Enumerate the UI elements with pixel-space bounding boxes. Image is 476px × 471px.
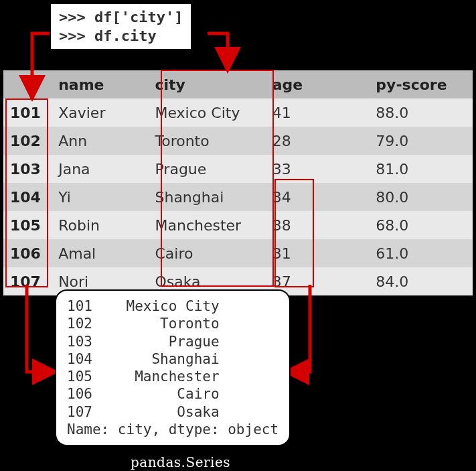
cell-age: 28 (266, 127, 370, 155)
table-row: 106 Amal Cairo 31 61.0 (3, 239, 473, 267)
caption-label: pandas.Series (131, 454, 230, 470)
cell-index: 105 (3, 211, 52, 239)
header-name: name (52, 70, 148, 98)
cell-index: 103 (3, 155, 52, 183)
table-row: 104 Yi Shanghai 34 80.0 (3, 183, 473, 211)
cell-score: 84.0 (369, 267, 473, 295)
cell-index: 104 (3, 183, 52, 211)
cell-index: 107 (3, 267, 52, 295)
table-header-row: name city age py-score (3, 70, 473, 98)
cell-age: 41 (266, 98, 370, 127)
cell-name: Ann (52, 127, 148, 155)
cell-score: 68.0 (369, 211, 473, 239)
code-input-box: >>> df['city'] >>> df.city (50, 3, 192, 50)
cell-score: 79.0 (369, 127, 473, 155)
cell-age: 33 (266, 155, 370, 183)
cell-name: Robin (52, 211, 148, 239)
table-row: 102 Ann Toronto 28 79.0 (3, 127, 473, 155)
cell-index: 102 (3, 127, 52, 155)
header-index (3, 70, 52, 98)
cell-name: Yi (52, 183, 148, 211)
dataframe-table: name city age py-score 101 Xavier Mexico… (3, 70, 473, 295)
header-age: age (266, 70, 370, 98)
cell-age: 31 (266, 239, 370, 267)
cell-name: Amal (52, 239, 148, 267)
cell-index: 106 (3, 239, 52, 267)
table-row: 103 Jana Prague 33 81.0 (3, 155, 473, 183)
table-row: 105 Robin Manchester 38 68.0 (3, 211, 473, 239)
header-city: city (148, 70, 265, 98)
code-line-2: >>> df.city (59, 27, 183, 46)
cell-city: Manchester (148, 211, 265, 239)
cell-score: 80.0 (369, 183, 473, 211)
cell-age: 38 (266, 211, 370, 239)
cell-score: 81.0 (369, 155, 473, 183)
cell-city: Prague (148, 155, 265, 183)
cell-city: Toronto (148, 127, 265, 155)
series-output-text: 101 Mexico City 102 Toronto 103 Prague 1… (67, 298, 279, 438)
code-line-1: >>> df['city'] (59, 8, 183, 27)
header-score: py-score (369, 70, 473, 98)
cell-city: Mexico City (148, 98, 265, 127)
cell-name: Xavier (52, 98, 148, 127)
cell-age: 34 (266, 183, 370, 211)
cell-city: Shanghai (148, 183, 265, 211)
cell-score: 61.0 (369, 239, 473, 267)
table-row: 101 Xavier Mexico City 41 88.0 (3, 98, 473, 127)
cell-name: Jana (52, 155, 148, 183)
cell-index: 101 (3, 98, 52, 127)
cell-city: Cairo (148, 239, 265, 267)
series-output-box: 101 Mexico City 102 Toronto 103 Prague 1… (55, 289, 291, 446)
cell-score: 88.0 (369, 98, 473, 127)
